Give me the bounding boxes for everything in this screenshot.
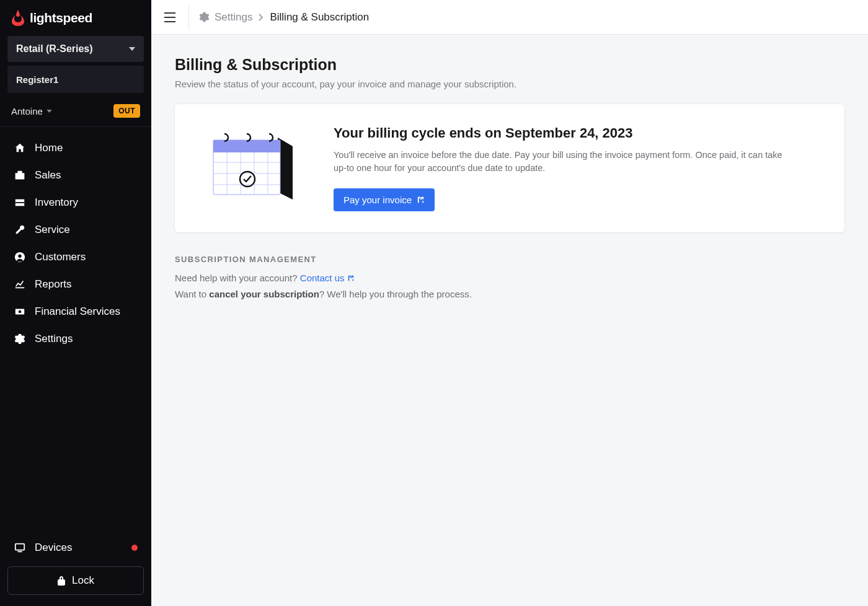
gear-icon: [199, 12, 210, 22]
wrench-icon: [14, 224, 26, 235]
breadcrumb: Settings Billing & Subscription: [199, 11, 369, 24]
nav-settings[interactable]: Settings: [0, 325, 151, 353]
breadcrumb-current: Billing & Subscription: [270, 11, 369, 24]
billing-card-text: You'll receive an invoice before the due…: [334, 149, 792, 175]
nav-label: Settings: [35, 333, 73, 345]
chevron-right-icon: [259, 14, 264, 21]
external-link-icon: [347, 274, 355, 282]
help-prefix: Need help with your account?: [175, 273, 300, 283]
gear-icon: [14, 333, 26, 345]
nav-label: Service: [35, 224, 70, 236]
lock-icon: [57, 576, 66, 586]
nav-label: Inventory: [35, 196, 78, 209]
svg-rect-3: [16, 202, 24, 203]
product-selector[interactable]: Retail (R-Series): [7, 36, 144, 62]
main-area: Settings Billing & Subscription Billing …: [151, 0, 868, 606]
svg-point-7: [19, 310, 22, 314]
caret-down-icon: [46, 110, 52, 113]
nav-inventory[interactable]: Inventory: [0, 189, 151, 216]
nav-devices[interactable]: Devices: [7, 534, 144, 561]
brand-name: lightspeed: [30, 11, 92, 25]
page-content: Billing & Subscription Review the status…: [151, 35, 868, 323]
register-box[interactable]: Register1: [7, 66, 144, 93]
sidebar: lightspeed Retail (R-Series) Register1 A…: [0, 0, 151, 606]
nav-service[interactable]: Service: [0, 216, 151, 244]
drawer-icon: [14, 197, 26, 208]
cash-icon: [14, 306, 26, 317]
brand-logo: lightspeed: [0, 0, 151, 32]
pay-invoice-label: Pay your invoice: [343, 195, 412, 205]
main-nav: Home Sales Inventory Service Customers: [0, 127, 151, 353]
alert-dot-icon: [131, 545, 138, 551]
lock-label: Lock: [72, 574, 94, 587]
product-selector-label: Retail (R-Series): [16, 43, 93, 55]
home-icon: [14, 143, 26, 154]
nav-label: Sales: [35, 169, 61, 182]
help-line-contact: Need help with your account? Contact us: [175, 270, 844, 286]
status-badge: OUT: [113, 104, 140, 118]
sidebar-bottom: Devices Lock: [0, 528, 151, 606]
lock-button[interactable]: Lock: [7, 566, 144, 595]
billing-card-heading: Your billing cycle ends on September 24,…: [334, 125, 792, 141]
nav-label: Home: [35, 142, 63, 154]
nav-financial-services[interactable]: Financial Services: [0, 298, 151, 325]
flame-icon: [11, 10, 25, 26]
help-line-cancel: Want to cancel your subscription? We'll …: [175, 286, 844, 302]
contact-us-link[interactable]: Contact us: [300, 270, 355, 286]
svg-rect-0: [16, 173, 24, 179]
calendar-illustration: [200, 125, 299, 206]
nav-label: Reports: [35, 278, 72, 291]
nav-label: Devices: [35, 542, 72, 554]
nav-label: Financial Services: [35, 305, 120, 318]
page-subtitle: Review the status of your account, pay y…: [175, 79, 844, 89]
pay-invoice-button[interactable]: Pay your invoice: [334, 188, 435, 211]
topbar: Settings Billing & Subscription: [151, 0, 868, 35]
page-title: Billing & Subscription: [175, 56, 844, 74]
monitor-icon: [14, 542, 26, 553]
nav-customers[interactable]: Customers: [0, 244, 151, 271]
cancel-prefix: Want to: [175, 289, 209, 299]
cancel-suffix: ? We'll help you through the process.: [319, 289, 472, 299]
caret-down-icon: [129, 47, 135, 51]
user-row: Antoine OUT: [0, 98, 151, 127]
breadcrumb-parent-label: Settings: [215, 11, 252, 24]
hamburger-button[interactable]: [161, 9, 179, 26]
nav-label: Customers: [35, 251, 86, 263]
nav-reports[interactable]: Reports: [0, 271, 151, 298]
subscription-management-label: SUBSCRIPTION MANAGEMENT: [175, 255, 844, 264]
user-name: Antoine: [11, 106, 43, 116]
user-circle-icon: [14, 252, 26, 263]
external-link-icon: [417, 196, 425, 204]
nav-home[interactable]: Home: [0, 134, 151, 162]
briefcase-icon: [14, 170, 26, 181]
register-name: Register1: [16, 74, 58, 85]
cancel-subscription-link[interactable]: cancel your subscription: [209, 289, 319, 299]
svg-rect-8: [16, 544, 24, 550]
divider: [188, 5, 189, 30]
user-menu[interactable]: Antoine: [11, 106, 52, 116]
contact-us-label: Contact us: [300, 270, 345, 286]
billing-card-body: Your billing cycle ends on September 24,…: [334, 125, 792, 211]
nav-sales[interactable]: Sales: [0, 162, 151, 189]
billing-cycle-card: Your billing cycle ends on September 24,…: [175, 104, 844, 232]
breadcrumb-parent[interactable]: Settings: [199, 11, 252, 24]
chart-line-icon: [14, 279, 26, 290]
svg-point-5: [18, 255, 21, 258]
